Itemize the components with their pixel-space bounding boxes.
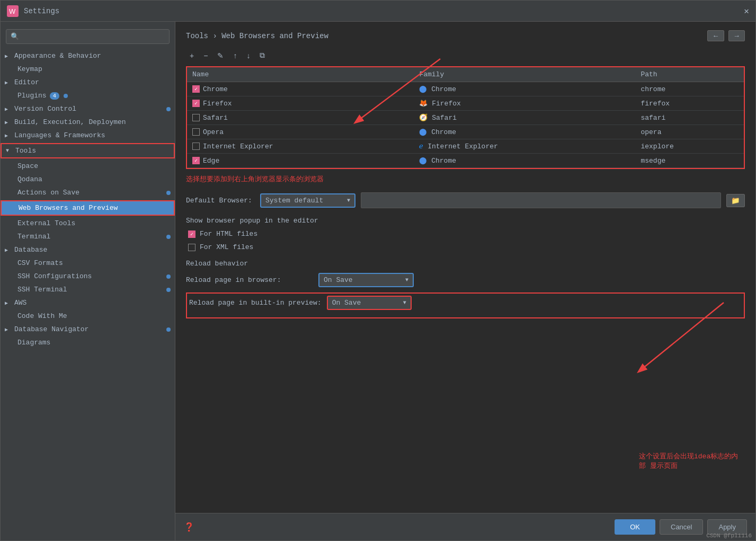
sidebar-label-code-with-me: Code With Me xyxy=(17,312,67,320)
remove-browser-button[interactable]: − xyxy=(200,49,211,62)
edit-browser-button[interactable]: ✎ xyxy=(214,49,227,62)
sidebar-item-plugins[interactable]: Plugins 4 xyxy=(1,89,175,102)
sidebar-label-qodana: Qodana xyxy=(17,175,42,183)
table-row: Internet Explorer ℯ Internet Explorer ie… xyxy=(187,139,744,154)
sidebar-label-appearance: Appearance & Behavior xyxy=(14,52,101,60)
for-html-checkbox[interactable] xyxy=(188,230,195,238)
move-up-button[interactable]: ↑ xyxy=(229,49,241,62)
family-cell: ⬤ Chrome xyxy=(414,125,635,139)
for-xml-label: For XML files xyxy=(200,243,253,251)
sidebar-item-version-control[interactable]: ▶ Version Control xyxy=(1,102,175,116)
reload-browser-label: Reload page in browser: xyxy=(186,276,313,284)
chrome-checkbox[interactable] xyxy=(192,85,200,93)
sidebar-item-keymap[interactable]: Keymap xyxy=(1,63,175,76)
terminal-dot xyxy=(166,235,171,239)
help-button[interactable]: ❓ xyxy=(184,522,194,533)
sidebar-item-db-navigator[interactable]: ▶ Database Navigator xyxy=(1,323,175,336)
sidebar-item-tools[interactable]: ▼ Tools xyxy=(2,144,174,157)
firefox-checkbox[interactable] xyxy=(192,100,200,107)
name-cell[interactable]: Firefox xyxy=(187,96,414,111)
sidebar-item-appearance[interactable]: ▶ Appearance & Behavior xyxy=(1,49,175,63)
settings-window: W Settings ✕ 🔍 ▶ Appearance & Behavior K… xyxy=(0,0,756,541)
bottom-bar: ❓ OK Cancel Apply xyxy=(175,513,755,540)
copy-button[interactable]: ⧉ xyxy=(256,49,269,62)
sidebar-label-keymap: Keymap xyxy=(17,65,42,73)
browser-path-field[interactable] xyxy=(361,192,721,208)
sidebar-item-aws[interactable]: ▶ AWS xyxy=(1,296,175,309)
sidebar-item-space[interactable]: Space xyxy=(1,159,175,173)
sidebar-item-actions-on-save[interactable]: Actions on Save xyxy=(1,186,175,199)
add-browser-button[interactable]: + xyxy=(186,49,198,62)
firefox-name: Firefox xyxy=(203,100,232,108)
default-browser-select[interactable]: System default ▼ xyxy=(260,193,355,208)
sidebar-item-web-browsers[interactable]: Web Browsers and Preview xyxy=(2,201,174,215)
sidebar-label-actions-on-save: Actions on Save xyxy=(17,189,79,197)
sidebar-item-diagrams[interactable]: Diagrams xyxy=(1,336,175,349)
window-title: Settings xyxy=(24,7,744,15)
sidebar-label-csv: CSV Formats xyxy=(17,259,63,267)
sidebar-item-ssh-terminal[interactable]: SSH Terminal xyxy=(1,283,175,296)
name-cell[interactable]: Safari xyxy=(187,111,414,125)
reload-preview-arrow: ▼ xyxy=(403,300,406,306)
family-cell: ⬤ Chrome xyxy=(414,82,635,96)
ie-checkbox[interactable] xyxy=(192,143,200,150)
sidebar-item-build[interactable]: ▶ Build, Execution, Deploymen xyxy=(1,116,175,129)
sidebar-item-terminal[interactable]: Terminal xyxy=(1,230,175,243)
main-wrapper: Tools › Web Browsers and Preview ← → + −… xyxy=(175,22,755,540)
reload-browser-row: Reload page in browser: On Save ▼ xyxy=(186,273,745,287)
edge-checkbox[interactable] xyxy=(192,157,200,164)
col-header-family: Family xyxy=(414,67,635,82)
family-cell: 🦊 Firefox xyxy=(414,96,635,111)
default-browser-value: System default xyxy=(265,197,323,205)
sidebar-label-build: Build, Execution, Deploymen xyxy=(14,118,126,126)
name-cell[interactable]: Edge xyxy=(187,154,414,168)
sidebar-label-terminal: Terminal xyxy=(17,233,50,241)
col-header-path: Path xyxy=(635,67,744,82)
name-cell[interactable]: Chrome xyxy=(187,82,414,96)
cancel-button[interactable]: Cancel xyxy=(660,519,703,535)
ie-name: Internet Explorer xyxy=(203,143,273,150)
move-down-button[interactable]: ↓ xyxy=(243,49,254,62)
table-row: Firefox 🦊 Firefox firefox xyxy=(187,96,744,111)
family-cell: ℯ Internet Explorer xyxy=(414,139,635,154)
reload-preview-select[interactable]: On Save ▼ xyxy=(327,296,412,310)
sidebar-label-tools: Tools xyxy=(15,147,36,155)
sidebar-label-db-navigator: Database Navigator xyxy=(14,325,88,333)
ok-button[interactable]: OK xyxy=(615,519,655,535)
close-button[interactable]: ✕ xyxy=(744,6,749,16)
opera-name: Opera xyxy=(203,128,224,136)
opera-family-icon: ⬤ xyxy=(419,128,427,136)
for-xml-checkbox[interactable] xyxy=(188,244,195,251)
sidebar-item-ssh-config[interactable]: SSH Configurations xyxy=(1,270,175,283)
name-cell[interactable]: Opera xyxy=(187,125,414,139)
browser-toolbar: + − ✎ ↑ ↓ ⧉ xyxy=(186,49,745,62)
ssh-terminal-dot xyxy=(166,288,171,292)
folder-button[interactable]: 📁 xyxy=(726,194,745,207)
search-input[interactable] xyxy=(21,33,165,41)
col-header-name: Name xyxy=(187,67,414,82)
sidebar-label-ssh-terminal: SSH Terminal xyxy=(17,286,67,294)
sidebar-item-editor[interactable]: ▶ Editor xyxy=(1,76,175,89)
safari-checkbox[interactable] xyxy=(192,114,200,121)
path-cell: safari xyxy=(635,111,744,125)
sidebar-item-database[interactable]: ▶ Database xyxy=(1,243,175,256)
table-row: Opera ⬤ Chrome opera xyxy=(187,125,744,139)
table-row: Chrome ⬤ Chrome chrome xyxy=(187,82,744,96)
search-box[interactable]: 🔍 xyxy=(6,29,170,44)
name-cell[interactable]: Internet Explorer xyxy=(187,139,414,154)
sidebar-item-languages[interactable]: ▶ Languages & Frameworks xyxy=(1,129,175,142)
back-button[interactable]: ← xyxy=(707,30,724,41)
chrome-family-icon: ⬤ xyxy=(419,85,427,93)
reload-browser-select[interactable]: On Save ▼ xyxy=(318,273,414,287)
opera-checkbox[interactable] xyxy=(192,128,200,136)
for-html-row: For HTML files xyxy=(186,230,745,238)
for-html-label: For HTML files xyxy=(200,230,257,238)
forward-button[interactable]: → xyxy=(728,30,745,41)
sidebar-item-qodana[interactable]: Qodana xyxy=(1,173,175,186)
sidebar-item-csv[interactable]: CSV Formats xyxy=(1,256,175,270)
show-browser-popup-title: Show browser popup in the editor xyxy=(186,217,745,225)
sidebar-item-code-with-me[interactable]: Code With Me xyxy=(1,309,175,323)
sidebar-label-database: Database xyxy=(14,246,47,254)
sidebar-item-external-tools[interactable]: External Tools xyxy=(1,217,175,230)
expand-arrow-dbnav: ▶ xyxy=(5,326,11,333)
